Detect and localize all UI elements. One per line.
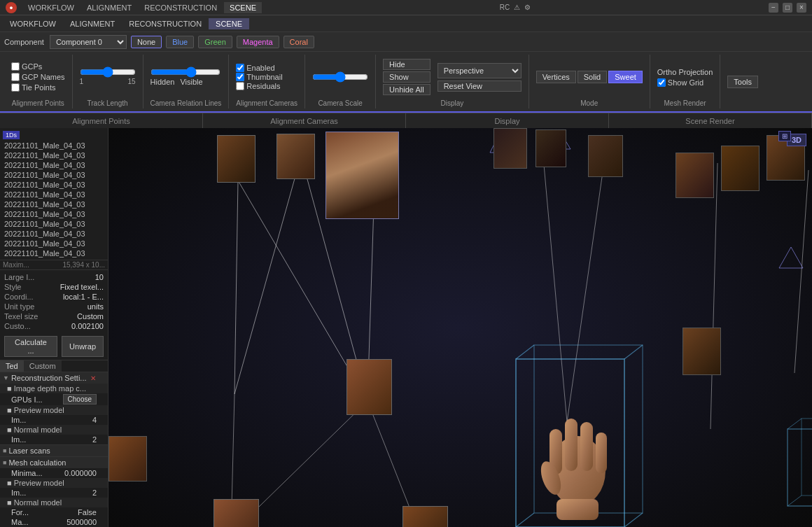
tab-scene[interactable]: SCENE bbox=[224, 2, 262, 13]
prop-large-key: Large I... bbox=[4, 273, 34, 281]
menu-alignment[interactable]: ALIGNMENT bbox=[63, 18, 122, 29]
perspective-select[interactable]: Perspective Orthographic Top Front Right bbox=[438, 63, 522, 78]
mesh-calc-header[interactable]: ■ Mesh calculation bbox=[0, 456, 108, 468]
thumbnail-label: Thumbnail bbox=[246, 73, 282, 81]
file-item[interactable]: 20221101_Male_04_03 bbox=[0, 160, 108, 170]
toolbar: Component Component 0 Component 1 Compon… bbox=[0, 32, 812, 113]
menu-reconstruction[interactable]: RECONSTRUCTION bbox=[122, 18, 209, 29]
image-depth-header[interactable]: ■ Image depth map c... bbox=[0, 384, 108, 393]
file-item[interactable]: 20221101_Male_04_03 bbox=[0, 170, 108, 180]
viewport[interactable]: 3D ⊞ bbox=[108, 128, 812, 527]
tools-section: Tools bbox=[720, 55, 765, 108]
camera-scale-slider[interactable] bbox=[312, 73, 368, 80]
sweet-button[interactable]: Sweet bbox=[608, 71, 643, 83]
component-select[interactable]: Component 0 Component 1 Component 2 bbox=[50, 35, 127, 49]
custom-tab[interactable]: Custom bbox=[24, 360, 62, 372]
menu-scene[interactable]: SCENE bbox=[209, 18, 249, 29]
color-none-button[interactable]: None bbox=[131, 36, 162, 48]
tab-alignment[interactable]: ALIGNMENT bbox=[81, 2, 137, 13]
prop-style-key: Style bbox=[4, 283, 21, 291]
unhide-all-button[interactable]: Unhide All bbox=[383, 84, 430, 95]
maxim-label: Maxim... bbox=[3, 261, 29, 269]
color-green-button[interactable]: Green bbox=[198, 36, 232, 48]
calculate-button[interactable]: Calculate ... bbox=[4, 336, 57, 357]
tie-points-checkbox-row[interactable]: Tie Points bbox=[11, 83, 65, 92]
svg-rect-42 bbox=[580, 422, 593, 471]
show-button[interactable]: Show bbox=[383, 71, 430, 83]
color-magenta-button[interactable]: Magenta bbox=[237, 36, 279, 48]
n2-ma-row: Ma... 5000000 bbox=[0, 517, 108, 527]
show-grid-checkbox[interactable] bbox=[657, 78, 666, 87]
enabled-checkbox[interactable] bbox=[236, 64, 244, 72]
preview2-im-row: Im... 2 bbox=[0, 488, 108, 498]
track-length-slider[interactable] bbox=[80, 69, 136, 76]
residuals-checkbox[interactable] bbox=[236, 82, 244, 90]
prop-row: Unit type units bbox=[3, 302, 105, 311]
preview-model2-label: Preview model bbox=[14, 479, 64, 487]
expand-icon: ■ bbox=[7, 498, 12, 507]
ted-tab[interactable]: Ted bbox=[0, 360, 24, 372]
reset-view-button[interactable]: Reset View bbox=[438, 80, 522, 92]
toolbar-row1: Component Component 0 Component 1 Compon… bbox=[0, 32, 812, 52]
ortho-projection-label: Ortho Projection bbox=[657, 68, 713, 76]
unwrap-button[interactable]: Unwrap bbox=[62, 336, 104, 357]
tie-points-checkbox[interactable] bbox=[11, 83, 20, 92]
mesh-render-controls: Ortho Projection Show Grid bbox=[657, 56, 713, 98]
title-bar: ● WORKFLOW ALIGNMENT RECONSTRUCTION SCEN… bbox=[0, 0, 812, 15]
hide-button[interactable]: Hide bbox=[383, 59, 430, 70]
preview-model-header[interactable]: ■ Preview model bbox=[0, 405, 108, 415]
track-min: 1 bbox=[80, 78, 84, 85]
gcp-names-checkbox[interactable] bbox=[11, 73, 20, 81]
file-item[interactable]: 20221101_Male_04_03 bbox=[0, 229, 108, 239]
file-item[interactable]: 20221101_Male_04_03 bbox=[0, 199, 108, 209]
file-item[interactable]: 20221101_Male_04_03 bbox=[0, 150, 108, 160]
maximize-button[interactable]: □ bbox=[783, 3, 792, 13]
menu-workflow[interactable]: WORKFLOW bbox=[3, 18, 63, 29]
camera-relation-section: Hidden Visible Camera Relation Lines bbox=[144, 55, 230, 108]
tools-button[interactable]: Tools bbox=[727, 76, 758, 88]
close-button[interactable]: × bbox=[797, 3, 806, 13]
color-blue-button[interactable]: Blue bbox=[166, 36, 194, 48]
file-item[interactable]: 20221101_Male_04_03 bbox=[0, 180, 108, 190]
cam-rel-slider[interactable] bbox=[150, 69, 220, 76]
file-item[interactable]: 20221101_Male_04_03 bbox=[0, 141, 108, 150]
solid-button[interactable]: Solid bbox=[578, 71, 607, 83]
choose-button[interactable]: Choose bbox=[63, 394, 97, 405]
normal-model2-header[interactable]: ■ Normal model bbox=[0, 498, 108, 507]
prop-unit-key: Unit type bbox=[4, 302, 34, 311]
thumbnail-checkbox-row[interactable]: Thumbnail bbox=[236, 73, 282, 81]
laser-scans-header[interactable]: ■ Laser scans bbox=[0, 444, 108, 456]
residuals-checkbox-row[interactable]: Residuals bbox=[236, 82, 282, 90]
settings-icon: ⚙ bbox=[524, 3, 531, 11]
tab-workflow[interactable]: WORKFLOW bbox=[22, 2, 80, 13]
color-coral-button[interactable]: Coral bbox=[284, 36, 314, 48]
scene-render-bar: Scene Render bbox=[609, 113, 812, 128]
gcps-checkbox[interactable] bbox=[11, 62, 20, 71]
alignment-points-title: Alignment Points bbox=[11, 99, 65, 107]
thumbnail-checkbox[interactable] bbox=[236, 73, 244, 81]
vertices-button[interactable]: Vertices bbox=[536, 71, 576, 83]
enabled-checkbox-row[interactable]: Enabled bbox=[236, 64, 282, 72]
file-item[interactable]: 20221101_Male_04_03 bbox=[0, 209, 108, 219]
tab-reconstruction[interactable]: RECONSTRUCTION bbox=[139, 2, 223, 13]
alignment-points-section: GCPs GCP Names Tie Points Alignment Poin… bbox=[4, 55, 73, 108]
gcp-names-checkbox-row[interactable]: GCP Names bbox=[11, 73, 65, 81]
file-item[interactable]: 20221101_Male_04_03 bbox=[0, 248, 108, 258]
warning-icon: ⚠ bbox=[514, 3, 520, 11]
reconstruction-settings-header[interactable]: ▼ Reconstruction Setti... ✕ bbox=[0, 372, 108, 384]
cam-frame-large bbox=[326, 132, 399, 219]
normal-model-header[interactable]: ■ Normal model bbox=[0, 425, 108, 435]
prop-custo-val: 0.002100 bbox=[71, 322, 104, 330]
minimize-button[interactable]: − bbox=[769, 3, 778, 13]
file-item[interactable]: 20221101_Male_04_03 bbox=[0, 239, 108, 248]
cam-rel-title: Camera Relation Lines bbox=[150, 99, 222, 107]
cam-frame-17 bbox=[682, 328, 721, 375]
file-item[interactable]: 20221101_Male_04_03 bbox=[0, 190, 108, 199]
title-tabs: WORKFLOW ALIGNMENT RECONSTRUCTION SCENE bbox=[22, 2, 262, 13]
show-grid-row[interactable]: Show Grid bbox=[657, 78, 713, 87]
camera-scale-controls bbox=[312, 56, 368, 98]
file-item[interactable]: 20221101_Male_04_03 bbox=[0, 219, 108, 229]
calc-unwrap-row: Calculate ... Unwrap bbox=[0, 333, 108, 360]
preview-model2-header[interactable]: ■ Preview model bbox=[0, 478, 108, 488]
gcps-checkbox-row[interactable]: GCPs bbox=[11, 62, 65, 71]
